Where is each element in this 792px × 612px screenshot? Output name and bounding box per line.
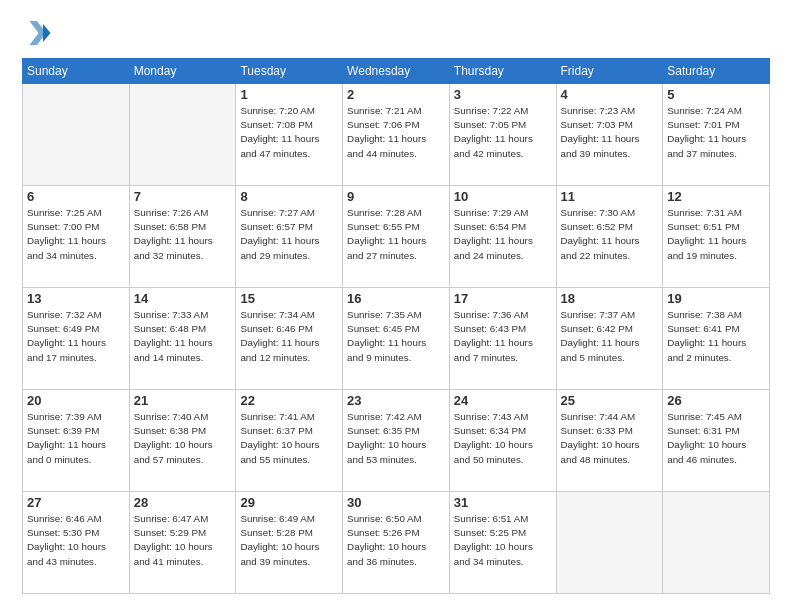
weekday-header: Saturday: [663, 59, 770, 84]
day-number: 20: [27, 393, 125, 408]
logo-icon: [22, 18, 52, 48]
calendar-cell: 24Sunrise: 7:43 AMSunset: 6:34 PMDayligh…: [449, 390, 556, 492]
calendar-cell: 5Sunrise: 7:24 AMSunset: 7:01 PMDaylight…: [663, 84, 770, 186]
calendar-cell: 29Sunrise: 6:49 AMSunset: 5:28 PMDayligh…: [236, 492, 343, 594]
day-info: Sunrise: 7:39 AMSunset: 6:39 PMDaylight:…: [27, 410, 125, 467]
day-info: Sunrise: 7:34 AMSunset: 6:46 PMDaylight:…: [240, 308, 338, 365]
day-info: Sunrise: 7:30 AMSunset: 6:52 PMDaylight:…: [561, 206, 659, 263]
day-info: Sunrise: 6:46 AMSunset: 5:30 PMDaylight:…: [27, 512, 125, 569]
day-number: 12: [667, 189, 765, 204]
day-number: 3: [454, 87, 552, 102]
day-info: Sunrise: 7:27 AMSunset: 6:57 PMDaylight:…: [240, 206, 338, 263]
day-number: 15: [240, 291, 338, 306]
day-number: 29: [240, 495, 338, 510]
day-number: 25: [561, 393, 659, 408]
day-number: 10: [454, 189, 552, 204]
day-info: Sunrise: 7:23 AMSunset: 7:03 PMDaylight:…: [561, 104, 659, 161]
calendar-cell: [129, 84, 236, 186]
calendar-cell: 14Sunrise: 7:33 AMSunset: 6:48 PMDayligh…: [129, 288, 236, 390]
calendar-cell: 28Sunrise: 6:47 AMSunset: 5:29 PMDayligh…: [129, 492, 236, 594]
calendar-cell: 1Sunrise: 7:20 AMSunset: 7:08 PMDaylight…: [236, 84, 343, 186]
calendar-cell: 6Sunrise: 7:25 AMSunset: 7:00 PMDaylight…: [23, 186, 130, 288]
calendar-cell: 12Sunrise: 7:31 AMSunset: 6:51 PMDayligh…: [663, 186, 770, 288]
day-info: Sunrise: 7:38 AMSunset: 6:41 PMDaylight:…: [667, 308, 765, 365]
calendar-cell: 4Sunrise: 7:23 AMSunset: 7:03 PMDaylight…: [556, 84, 663, 186]
day-info: Sunrise: 7:33 AMSunset: 6:48 PMDaylight:…: [134, 308, 232, 365]
weekday-header: Friday: [556, 59, 663, 84]
day-number: 17: [454, 291, 552, 306]
calendar-cell: 27Sunrise: 6:46 AMSunset: 5:30 PMDayligh…: [23, 492, 130, 594]
weekday-header: Wednesday: [343, 59, 450, 84]
day-info: Sunrise: 6:47 AMSunset: 5:29 PMDaylight:…: [134, 512, 232, 569]
day-number: 11: [561, 189, 659, 204]
day-number: 9: [347, 189, 445, 204]
day-number: 31: [454, 495, 552, 510]
weekday-header: Sunday: [23, 59, 130, 84]
calendar-cell: [23, 84, 130, 186]
day-info: Sunrise: 7:43 AMSunset: 6:34 PMDaylight:…: [454, 410, 552, 467]
calendar-cell: 9Sunrise: 7:28 AMSunset: 6:55 PMDaylight…: [343, 186, 450, 288]
page: SundayMondayTuesdayWednesdayThursdayFrid…: [0, 0, 792, 612]
day-number: 28: [134, 495, 232, 510]
calendar-cell: 25Sunrise: 7:44 AMSunset: 6:33 PMDayligh…: [556, 390, 663, 492]
calendar-cell: 23Sunrise: 7:42 AMSunset: 6:35 PMDayligh…: [343, 390, 450, 492]
day-info: Sunrise: 7:45 AMSunset: 6:31 PMDaylight:…: [667, 410, 765, 467]
calendar-week-row: 27Sunrise: 6:46 AMSunset: 5:30 PMDayligh…: [23, 492, 770, 594]
day-info: Sunrise: 7:26 AMSunset: 6:58 PMDaylight:…: [134, 206, 232, 263]
calendar-cell: 17Sunrise: 7:36 AMSunset: 6:43 PMDayligh…: [449, 288, 556, 390]
calendar-cell: 31Sunrise: 6:51 AMSunset: 5:25 PMDayligh…: [449, 492, 556, 594]
day-info: Sunrise: 7:28 AMSunset: 6:55 PMDaylight:…: [347, 206, 445, 263]
day-info: Sunrise: 7:41 AMSunset: 6:37 PMDaylight:…: [240, 410, 338, 467]
calendar-cell: 30Sunrise: 6:50 AMSunset: 5:26 PMDayligh…: [343, 492, 450, 594]
calendar-cell: 13Sunrise: 7:32 AMSunset: 6:49 PMDayligh…: [23, 288, 130, 390]
day-number: 7: [134, 189, 232, 204]
day-number: 26: [667, 393, 765, 408]
day-number: 27: [27, 495, 125, 510]
calendar-header-row: SundayMondayTuesdayWednesdayThursdayFrid…: [23, 59, 770, 84]
day-info: Sunrise: 7:36 AMSunset: 6:43 PMDaylight:…: [454, 308, 552, 365]
day-info: Sunrise: 7:40 AMSunset: 6:38 PMDaylight:…: [134, 410, 232, 467]
day-number: 14: [134, 291, 232, 306]
weekday-header: Monday: [129, 59, 236, 84]
weekday-header: Tuesday: [236, 59, 343, 84]
day-info: Sunrise: 6:49 AMSunset: 5:28 PMDaylight:…: [240, 512, 338, 569]
day-info: Sunrise: 7:31 AMSunset: 6:51 PMDaylight:…: [667, 206, 765, 263]
calendar-cell: 3Sunrise: 7:22 AMSunset: 7:05 PMDaylight…: [449, 84, 556, 186]
calendar-cell: 18Sunrise: 7:37 AMSunset: 6:42 PMDayligh…: [556, 288, 663, 390]
calendar-cell: 16Sunrise: 7:35 AMSunset: 6:45 PMDayligh…: [343, 288, 450, 390]
day-number: 1: [240, 87, 338, 102]
day-info: Sunrise: 7:24 AMSunset: 7:01 PMDaylight:…: [667, 104, 765, 161]
day-number: 23: [347, 393, 445, 408]
calendar-week-row: 6Sunrise: 7:25 AMSunset: 7:00 PMDaylight…: [23, 186, 770, 288]
day-info: Sunrise: 7:25 AMSunset: 7:00 PMDaylight:…: [27, 206, 125, 263]
day-info: Sunrise: 7:29 AMSunset: 6:54 PMDaylight:…: [454, 206, 552, 263]
day-number: 4: [561, 87, 659, 102]
svg-marker-1: [30, 21, 47, 45]
calendar-week-row: 13Sunrise: 7:32 AMSunset: 6:49 PMDayligh…: [23, 288, 770, 390]
calendar-cell: 7Sunrise: 7:26 AMSunset: 6:58 PMDaylight…: [129, 186, 236, 288]
day-number: 5: [667, 87, 765, 102]
day-info: Sunrise: 6:51 AMSunset: 5:25 PMDaylight:…: [454, 512, 552, 569]
day-info: Sunrise: 7:21 AMSunset: 7:06 PMDaylight:…: [347, 104, 445, 161]
day-info: Sunrise: 7:37 AMSunset: 6:42 PMDaylight:…: [561, 308, 659, 365]
day-info: Sunrise: 6:50 AMSunset: 5:26 PMDaylight:…: [347, 512, 445, 569]
calendar-cell: [663, 492, 770, 594]
calendar-table: SundayMondayTuesdayWednesdayThursdayFrid…: [22, 58, 770, 594]
calendar-cell: 19Sunrise: 7:38 AMSunset: 6:41 PMDayligh…: [663, 288, 770, 390]
day-info: Sunrise: 7:44 AMSunset: 6:33 PMDaylight:…: [561, 410, 659, 467]
day-number: 13: [27, 291, 125, 306]
day-info: Sunrise: 7:20 AMSunset: 7:08 PMDaylight:…: [240, 104, 338, 161]
day-info: Sunrise: 7:35 AMSunset: 6:45 PMDaylight:…: [347, 308, 445, 365]
calendar-cell: 8Sunrise: 7:27 AMSunset: 6:57 PMDaylight…: [236, 186, 343, 288]
day-number: 6: [27, 189, 125, 204]
calendar-cell: 2Sunrise: 7:21 AMSunset: 7:06 PMDaylight…: [343, 84, 450, 186]
calendar-cell: 15Sunrise: 7:34 AMSunset: 6:46 PMDayligh…: [236, 288, 343, 390]
calendar-week-row: 1Sunrise: 7:20 AMSunset: 7:08 PMDaylight…: [23, 84, 770, 186]
calendar-cell: 22Sunrise: 7:41 AMSunset: 6:37 PMDayligh…: [236, 390, 343, 492]
calendar-cell: 10Sunrise: 7:29 AMSunset: 6:54 PMDayligh…: [449, 186, 556, 288]
calendar-cell: 11Sunrise: 7:30 AMSunset: 6:52 PMDayligh…: [556, 186, 663, 288]
day-number: 21: [134, 393, 232, 408]
header: [22, 18, 770, 48]
day-number: 22: [240, 393, 338, 408]
day-number: 18: [561, 291, 659, 306]
